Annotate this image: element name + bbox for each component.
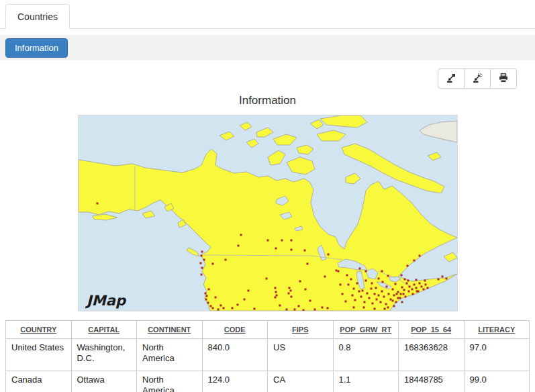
table-cell: 1.1 (333, 371, 399, 392)
print-button[interactable] (490, 68, 517, 89)
print-icon (498, 72, 509, 85)
map-container: JMap (78, 115, 458, 311)
table-cell: 0.8 (333, 339, 399, 371)
column-header-country[interactable]: COUNTRY (6, 321, 72, 339)
table-cell: Ottawa (71, 371, 137, 392)
export-image-icon (446, 72, 456, 85)
table-cell: 18448785 (399, 371, 465, 392)
export-image-button[interactable] (438, 68, 465, 89)
table-body: United StatesWashington, D.C.North Ameri… (6, 339, 530, 392)
tab-countries-label: Countries (17, 11, 58, 22)
page-title: Information (0, 94, 535, 107)
export-data-icon (472, 72, 483, 85)
attribute-table-container: COUNTRY CAPITAL CONTINENT CODE FIPS POP_… (5, 320, 530, 392)
attribute-table: COUNTRY CAPITAL CONTINENT CODE FIPS POP_… (5, 320, 530, 392)
table-cell: North America (137, 371, 203, 392)
table-header: COUNTRY CAPITAL CONTINENT CODE FIPS POP_… (6, 321, 530, 339)
map-canvas[interactable]: JMap (79, 115, 457, 311)
tab-countries[interactable]: Countries (5, 4, 70, 29)
table-cell: US (268, 339, 334, 371)
table-cell: 840.0 (202, 339, 268, 371)
table-cell: 124.0 (202, 371, 268, 392)
table-cell: North America (137, 339, 203, 371)
column-header-pop-15-64[interactable]: POP_15_64 (399, 321, 465, 339)
column-header-fips[interactable]: FIPS (268, 321, 334, 339)
column-header-literacy[interactable]: LITERACY (464, 321, 530, 339)
table-cell: 99.0 (464, 371, 530, 392)
jmap-logo: JMap (85, 293, 127, 309)
action-button-group (438, 68, 517, 89)
table-cell: Washington, D.C. (71, 339, 137, 371)
table-row[interactable]: United StatesWashington, D.C.North Ameri… (6, 339, 530, 371)
column-header-code[interactable]: CODE (202, 321, 268, 339)
table-cell: CA (268, 371, 334, 392)
table-cell: 97.0 (464, 339, 530, 371)
column-header-pop-grw-rt[interactable]: POP_GRW_RT (333, 321, 399, 339)
tab-bar: Countries (0, 3, 535, 29)
toolbar: Information (0, 35, 535, 60)
table-cell: 168363628 (399, 339, 465, 371)
export-data-button[interactable] (464, 68, 491, 89)
information-button[interactable]: Information (5, 38, 68, 58)
column-header-capital[interactable]: CAPITAL (71, 321, 137, 339)
table-cell: United States (6, 339, 72, 371)
column-header-continent[interactable]: CONTINENT (137, 321, 203, 339)
table-row[interactable]: CanadaOttawaNorth America124.0CA1.118448… (6, 371, 530, 392)
table-cell: Canada (6, 371, 72, 392)
